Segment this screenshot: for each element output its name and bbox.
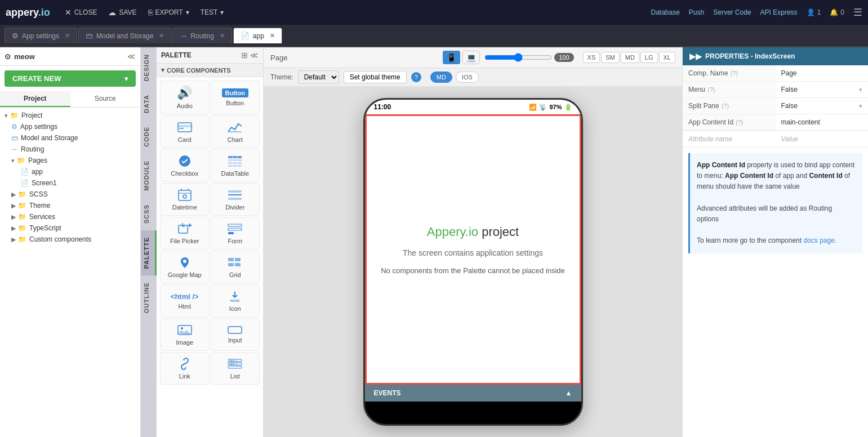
side-tab-module[interactable]: MODULE	[141, 154, 157, 198]
close-tab-app[interactable]: ✕	[270, 32, 275, 39]
api-express-link[interactable]: API Express	[760, 8, 798, 16]
chevron-up-icon: ▲	[566, 389, 572, 397]
palette-item-datatable[interactable]: DataTable	[211, 149, 260, 182]
datetime-icon	[177, 188, 193, 202]
palette-item-link[interactable]: Link	[160, 352, 210, 385]
palette-item-input[interactable]: Input	[211, 318, 260, 351]
platform-md-button[interactable]: MD	[430, 72, 452, 83]
input-icon	[227, 325, 243, 335]
database-link[interactable]: Database	[651, 8, 679, 16]
palette-item-divider[interactable]: Divider	[211, 183, 260, 216]
palette-item-audio[interactable]: 🔊 Audio	[160, 81, 210, 114]
center-panel: DESIGN DATA CODE MODULE SCSS PALETTE OUT…	[141, 47, 682, 437]
tree-item-model-storage[interactable]: 🗃 Model and Storage	[0, 132, 140, 144]
palette-item-filepicker[interactable]: File Picker	[160, 217, 210, 249]
palette-close-button[interactable]: ≪	[250, 51, 259, 60]
side-tab-code[interactable]: CODE	[141, 120, 157, 154]
phone-mockup: 11:00 📶 📡 97% 🔋 Appery.io project	[363, 98, 583, 426]
platform-ios-button[interactable]: IOS	[456, 72, 479, 83]
palette-item-googlemap[interactable]: Google Map	[160, 251, 210, 283]
svg-rect-39	[228, 366, 242, 368]
palette-item-chart[interactable]: Chart	[211, 115, 260, 148]
palette-item-grid[interactable]: Grid	[211, 251, 260, 283]
server-code-link[interactable]: Server Code	[713, 8, 751, 16]
side-tab-scss[interactable]: SCSS	[141, 198, 157, 230]
bp-xl[interactable]: XL	[659, 52, 675, 63]
theme-help-button[interactable]: ?	[411, 72, 421, 82]
bp-sm[interactable]: SM	[601, 52, 620, 63]
view-tab-source[interactable]: Source	[70, 91, 141, 107]
tab-routing[interactable]: ↔ Routing ✕	[172, 28, 232, 43]
tree-item-scss[interactable]: ▶ 📁 SCSS	[0, 189, 140, 200]
hamburger-menu[interactable]: ☰	[853, 6, 862, 19]
svg-rect-27	[235, 258, 241, 261]
zoom-slider[interactable]	[484, 53, 552, 62]
prop-value-menu[interactable]: False ▾	[776, 82, 869, 98]
tree-item-screen1[interactable]: 📄 Screen1	[0, 177, 140, 189]
tree-item-project[interactable]: ▾ 📁 Project	[0, 110, 140, 121]
close-tab-app-settings[interactable]: ✕	[65, 32, 70, 39]
chevron-down-icon: ▾	[124, 75, 128, 83]
palette-expand-button[interactable]: ⊞	[241, 51, 248, 60]
chevron-down-icon: ▾	[11, 157, 15, 164]
set-global-theme-button[interactable]: Set global theme	[344, 71, 407, 83]
side-tabs: DESIGN DATA CODE MODULE SCSS PALETTE OUT…	[141, 47, 157, 437]
tree-item-typescript[interactable]: ▶ 📁 TypeScript	[0, 222, 140, 234]
side-tab-palette[interactable]: PALETTE	[141, 230, 157, 275]
tree-item-app-settings[interactable]: ⚙ App settings	[0, 121, 140, 132]
close-tab-routing[interactable]: ✕	[220, 32, 225, 39]
palette-item-button[interactable]: Button Button	[211, 81, 260, 114]
tree-item-routing[interactable]: ↔ Routing	[0, 144, 140, 155]
collapse-panel-button[interactable]: ≪	[127, 52, 136, 61]
theme-label: Theme:	[270, 73, 293, 81]
palette-item-checkbox[interactable]: Checkbox	[160, 149, 210, 182]
docs-link[interactable]: docs page.	[803, 237, 836, 244]
palette-item-form[interactable]: Form	[211, 217, 260, 249]
phone-events-bar: EVENTS ▲	[365, 385, 581, 402]
bp-lg[interactable]: LG	[640, 52, 658, 63]
settings-icon: ⚙	[11, 123, 17, 131]
tab-app[interactable]: 📄 app ✕	[233, 28, 282, 43]
phone-note: No components from the Palette cannot be…	[381, 266, 565, 275]
palette-item-icon[interactable]: Icon	[211, 284, 260, 317]
create-new-button[interactable]: CREATE NEW ▾	[5, 70, 136, 87]
help-icon[interactable]: (?)	[722, 102, 729, 109]
tree-item-pages[interactable]: ▾ 📁 Pages	[0, 155, 140, 166]
save-button[interactable]: ☁ SAVE	[103, 5, 142, 20]
palette-item-list[interactable]: Item 1 Item 2 List	[211, 352, 260, 385]
tree-item-custom-components[interactable]: ▶ 📁 Custom components	[0, 234, 140, 245]
bp-xs[interactable]: XS	[583, 52, 600, 63]
bp-md[interactable]: MD	[621, 52, 639, 63]
help-icon[interactable]: (?)	[731, 70, 738, 77]
tab-model-storage[interactable]: 🗃 Model and Storage ✕	[78, 28, 171, 43]
battery-level: 97%	[549, 104, 562, 110]
user-indicator: 👤 1	[807, 8, 821, 16]
test-button[interactable]: TEST ▾	[195, 5, 230, 20]
close-button[interactable]: ✕ CLOSE	[59, 5, 103, 20]
palette-item-card[interactable]: Card	[160, 115, 210, 148]
palette-section-header[interactable]: ▾ CORE COMPONENTS	[157, 64, 263, 77]
side-tab-data[interactable]: DATA	[141, 88, 157, 120]
chevron-right-icon: ▶	[11, 213, 16, 221]
tree-item-app-page[interactable]: 📄 app	[0, 166, 140, 177]
tab-app-settings[interactable]: ⚙ App settings ✕	[5, 28, 77, 43]
palette-item-image[interactable]: Image	[160, 318, 210, 351]
help-icon[interactable]: (?)	[736, 119, 743, 126]
palette-item-datetime[interactable]: Datetime	[160, 183, 210, 216]
view-tab-project[interactable]: Project	[0, 91, 70, 107]
push-link[interactable]: Push	[689, 8, 704, 16]
tree-item-theme[interactable]: ▶ 📁 Theme	[0, 200, 140, 211]
tree-item-services[interactable]: ▶ 📁 Services	[0, 211, 140, 222]
close-tab-model-storage[interactable]: ✕	[159, 32, 164, 39]
side-tab-outline[interactable]: OUTLINE	[141, 275, 157, 320]
theme-select[interactable]: Default	[298, 70, 339, 84]
phone-status-bar: 11:00 📶 📡 97% 🔋	[365, 100, 581, 114]
help-icon[interactable]: (?)	[707, 86, 715, 93]
export-button[interactable]: ⎘ EXPORT ▾	[143, 5, 195, 20]
mobile-view-button[interactable]: 📱	[443, 51, 460, 64]
tablet-view-button[interactable]: 💻	[462, 51, 480, 64]
prop-value-split-pane[interactable]: False ▾	[776, 98, 869, 114]
chevron-down-icon: ▾	[161, 66, 164, 74]
palette-item-html[interactable]: <html /> Html	[160, 284, 210, 317]
side-tab-design[interactable]: DESIGN	[141, 47, 157, 88]
